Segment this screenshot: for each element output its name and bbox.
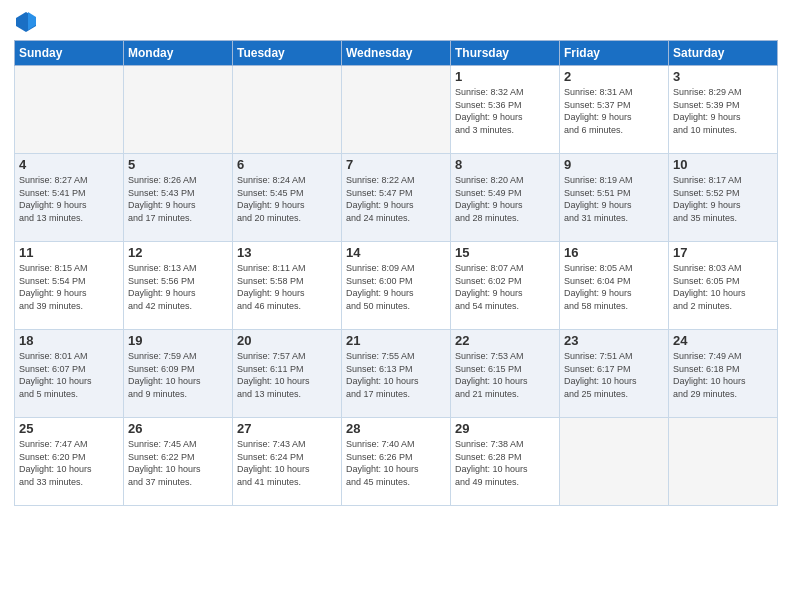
day-info: Sunrise: 8:32 AM Sunset: 5:36 PM Dayligh… <box>455 86 555 136</box>
table-row: 4Sunrise: 8:27 AM Sunset: 5:41 PM Daylig… <box>15 154 124 242</box>
day-info: Sunrise: 8:03 AM Sunset: 6:05 PM Dayligh… <box>673 262 773 312</box>
day-info: Sunrise: 8:05 AM Sunset: 6:04 PM Dayligh… <box>564 262 664 312</box>
day-info: Sunrise: 7:45 AM Sunset: 6:22 PM Dayligh… <box>128 438 228 488</box>
table-row: 26Sunrise: 7:45 AM Sunset: 6:22 PM Dayli… <box>124 418 233 506</box>
table-row: 3Sunrise: 8:29 AM Sunset: 5:39 PM Daylig… <box>669 66 778 154</box>
table-row <box>15 66 124 154</box>
table-row: 17Sunrise: 8:03 AM Sunset: 6:05 PM Dayli… <box>669 242 778 330</box>
table-row: 6Sunrise: 8:24 AM Sunset: 5:45 PM Daylig… <box>233 154 342 242</box>
day-info: Sunrise: 7:59 AM Sunset: 6:09 PM Dayligh… <box>128 350 228 400</box>
calendar-week-row: 1Sunrise: 8:32 AM Sunset: 5:36 PM Daylig… <box>15 66 778 154</box>
calendar-page: Sunday Monday Tuesday Wednesday Thursday… <box>0 0 792 612</box>
table-row: 18Sunrise: 8:01 AM Sunset: 6:07 PM Dayli… <box>15 330 124 418</box>
table-row: 23Sunrise: 7:51 AM Sunset: 6:17 PM Dayli… <box>560 330 669 418</box>
table-row: 2Sunrise: 8:31 AM Sunset: 5:37 PM Daylig… <box>560 66 669 154</box>
table-row: 12Sunrise: 8:13 AM Sunset: 5:56 PM Dayli… <box>124 242 233 330</box>
table-row: 15Sunrise: 8:07 AM Sunset: 6:02 PM Dayli… <box>451 242 560 330</box>
calendar-header-row: Sunday Monday Tuesday Wednesday Thursday… <box>15 41 778 66</box>
table-row <box>342 66 451 154</box>
table-row: 13Sunrise: 8:11 AM Sunset: 5:58 PM Dayli… <box>233 242 342 330</box>
calendar-week-row: 25Sunrise: 7:47 AM Sunset: 6:20 PM Dayli… <box>15 418 778 506</box>
day-number: 3 <box>673 69 773 84</box>
table-row: 28Sunrise: 7:40 AM Sunset: 6:26 PM Dayli… <box>342 418 451 506</box>
table-row: 29Sunrise: 7:38 AM Sunset: 6:28 PM Dayli… <box>451 418 560 506</box>
calendar-week-row: 11Sunrise: 8:15 AM Sunset: 5:54 PM Dayli… <box>15 242 778 330</box>
day-number: 17 <box>673 245 773 260</box>
col-thursday: Thursday <box>451 41 560 66</box>
day-info: Sunrise: 8:26 AM Sunset: 5:43 PM Dayligh… <box>128 174 228 224</box>
col-wednesday: Wednesday <box>342 41 451 66</box>
calendar-table: Sunday Monday Tuesday Wednesday Thursday… <box>14 40 778 506</box>
day-info: Sunrise: 7:47 AM Sunset: 6:20 PM Dayligh… <box>19 438 119 488</box>
table-row <box>233 66 342 154</box>
logo-icon <box>14 10 38 34</box>
day-info: Sunrise: 7:43 AM Sunset: 6:24 PM Dayligh… <box>237 438 337 488</box>
day-number: 22 <box>455 333 555 348</box>
day-number: 23 <box>564 333 664 348</box>
day-number: 18 <box>19 333 119 348</box>
day-number: 1 <box>455 69 555 84</box>
col-saturday: Saturday <box>669 41 778 66</box>
day-info: Sunrise: 8:17 AM Sunset: 5:52 PM Dayligh… <box>673 174 773 224</box>
day-number: 2 <box>564 69 664 84</box>
day-number: 25 <box>19 421 119 436</box>
day-number: 6 <box>237 157 337 172</box>
header <box>14 10 778 34</box>
svg-marker-1 <box>28 12 36 30</box>
day-info: Sunrise: 8:27 AM Sunset: 5:41 PM Dayligh… <box>19 174 119 224</box>
day-number: 24 <box>673 333 773 348</box>
calendar-week-row: 4Sunrise: 8:27 AM Sunset: 5:41 PM Daylig… <box>15 154 778 242</box>
table-row: 5Sunrise: 8:26 AM Sunset: 5:43 PM Daylig… <box>124 154 233 242</box>
day-number: 8 <box>455 157 555 172</box>
table-row: 1Sunrise: 8:32 AM Sunset: 5:36 PM Daylig… <box>451 66 560 154</box>
table-row: 11Sunrise: 8:15 AM Sunset: 5:54 PM Dayli… <box>15 242 124 330</box>
table-row: 24Sunrise: 7:49 AM Sunset: 6:18 PM Dayli… <box>669 330 778 418</box>
col-monday: Monday <box>124 41 233 66</box>
day-info: Sunrise: 7:57 AM Sunset: 6:11 PM Dayligh… <box>237 350 337 400</box>
day-number: 20 <box>237 333 337 348</box>
day-number: 28 <box>346 421 446 436</box>
day-number: 14 <box>346 245 446 260</box>
table-row: 27Sunrise: 7:43 AM Sunset: 6:24 PM Dayli… <box>233 418 342 506</box>
day-number: 10 <box>673 157 773 172</box>
day-info: Sunrise: 8:22 AM Sunset: 5:47 PM Dayligh… <box>346 174 446 224</box>
day-number: 7 <box>346 157 446 172</box>
table-row: 10Sunrise: 8:17 AM Sunset: 5:52 PM Dayli… <box>669 154 778 242</box>
day-info: Sunrise: 8:11 AM Sunset: 5:58 PM Dayligh… <box>237 262 337 312</box>
day-number: 13 <box>237 245 337 260</box>
day-number: 15 <box>455 245 555 260</box>
table-row: 9Sunrise: 8:19 AM Sunset: 5:51 PM Daylig… <box>560 154 669 242</box>
day-number: 19 <box>128 333 228 348</box>
table-row: 16Sunrise: 8:05 AM Sunset: 6:04 PM Dayli… <box>560 242 669 330</box>
day-info: Sunrise: 7:53 AM Sunset: 6:15 PM Dayligh… <box>455 350 555 400</box>
table-row: 8Sunrise: 8:20 AM Sunset: 5:49 PM Daylig… <box>451 154 560 242</box>
table-row: 22Sunrise: 7:53 AM Sunset: 6:15 PM Dayli… <box>451 330 560 418</box>
day-info: Sunrise: 8:09 AM Sunset: 6:00 PM Dayligh… <box>346 262 446 312</box>
day-info: Sunrise: 8:07 AM Sunset: 6:02 PM Dayligh… <box>455 262 555 312</box>
day-number: 9 <box>564 157 664 172</box>
table-row: 7Sunrise: 8:22 AM Sunset: 5:47 PM Daylig… <box>342 154 451 242</box>
table-row: 14Sunrise: 8:09 AM Sunset: 6:00 PM Dayli… <box>342 242 451 330</box>
day-info: Sunrise: 7:38 AM Sunset: 6:28 PM Dayligh… <box>455 438 555 488</box>
col-sunday: Sunday <box>15 41 124 66</box>
col-friday: Friday <box>560 41 669 66</box>
table-row: 19Sunrise: 7:59 AM Sunset: 6:09 PM Dayli… <box>124 330 233 418</box>
table-row <box>560 418 669 506</box>
day-number: 26 <box>128 421 228 436</box>
day-number: 29 <box>455 421 555 436</box>
day-info: Sunrise: 7:40 AM Sunset: 6:26 PM Dayligh… <box>346 438 446 488</box>
calendar-week-row: 18Sunrise: 8:01 AM Sunset: 6:07 PM Dayli… <box>15 330 778 418</box>
day-info: Sunrise: 8:15 AM Sunset: 5:54 PM Dayligh… <box>19 262 119 312</box>
day-number: 4 <box>19 157 119 172</box>
table-row: 25Sunrise: 7:47 AM Sunset: 6:20 PM Dayli… <box>15 418 124 506</box>
day-info: Sunrise: 7:51 AM Sunset: 6:17 PM Dayligh… <box>564 350 664 400</box>
day-info: Sunrise: 8:24 AM Sunset: 5:45 PM Dayligh… <box>237 174 337 224</box>
logo <box>14 10 42 34</box>
day-number: 21 <box>346 333 446 348</box>
day-info: Sunrise: 8:31 AM Sunset: 5:37 PM Dayligh… <box>564 86 664 136</box>
day-number: 11 <box>19 245 119 260</box>
day-number: 16 <box>564 245 664 260</box>
day-info: Sunrise: 7:55 AM Sunset: 6:13 PM Dayligh… <box>346 350 446 400</box>
table-row: 21Sunrise: 7:55 AM Sunset: 6:13 PM Dayli… <box>342 330 451 418</box>
table-row <box>669 418 778 506</box>
